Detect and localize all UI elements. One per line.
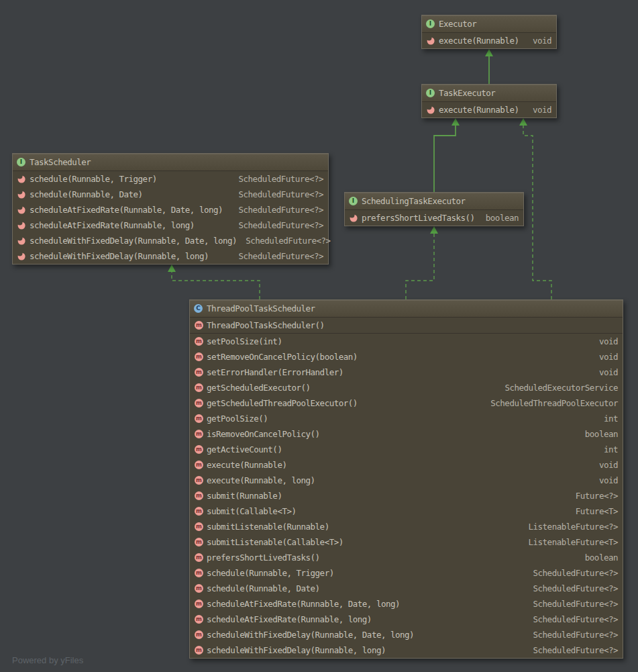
interface-icon: I [426, 89, 435, 97]
member-row[interactable]: schedule(Runnable, Trigger)ScheduledFutu… [13, 171, 328, 187]
class-header[interactable]: ISchedulingTaskExecutor [345, 193, 523, 210]
member-signature: schedule(Runnable, Date) [30, 189, 143, 199]
class-header[interactable]: ITaskScheduler [13, 154, 328, 171]
class-node-scheduling-task-executor[interactable]: ISchedulingTaskExecutorprefersShortLived… [344, 192, 524, 226]
member-signature: ThreadPoolTaskScheduler() [207, 320, 325, 330]
member-row[interactable]: scheduleWithFixedDelay(Runnable, Date, l… [13, 233, 328, 248]
methods-compartment: msetPoolSize(int)voidmsetRemoveOnCancelP… [190, 333, 623, 658]
abstract-method-icon [17, 221, 26, 230]
member-row[interactable]: msubmit(Runnable)Future<?> [190, 488, 623, 503]
member-return-type: ScheduledFuture<?> [528, 614, 618, 624]
member-row[interactable]: mscheduleAtFixedRate(Runnable, long)Sche… [190, 612, 623, 627]
member-row[interactable]: mgetPoolSize()int [190, 411, 623, 426]
member-signature: schedule(Runnable, Date) [207, 583, 320, 593]
member-signature: scheduleAtFixedRate(Runnable, long) [30, 220, 195, 230]
abstract-method-icon [17, 175, 26, 183]
member-signature: execute(Runnable) [439, 36, 519, 46]
member-return-type: int [598, 444, 618, 454]
member-row[interactable]: schedule(Runnable, Date)ScheduledFuture<… [13, 187, 328, 202]
method-icon: m [195, 461, 203, 469]
member-signature: scheduleAtFixedRate(Runnable, long) [207, 614, 372, 624]
class-node-executor[interactable]: IExecutorexecute(Runnable)void [421, 15, 557, 49]
member-return-type: void [594, 460, 618, 470]
member-signature: getActiveCount() [207, 444, 282, 454]
class-name: Executor [439, 19, 476, 29]
member-return-type: void [527, 105, 551, 115]
diagram-canvas: IExecutorexecute(Runnable)voidITaskExecu… [0, 0, 638, 672]
interface-icon: I [349, 197, 358, 205]
member-signature: execute(Runnable, long) [207, 475, 315, 485]
member-row[interactable]: msubmit(Callable<T>)Future<T> [190, 503, 623, 519]
member-return-type: void [594, 352, 618, 362]
member-signature: setPoolSize(int) [207, 336, 282, 346]
class-name: SchedulingTaskExecutor [362, 196, 466, 206]
member-row[interactable]: msetPoolSize(int)void [190, 334, 623, 349]
member-row[interactable]: mexecute(Runnable)void [190, 457, 623, 473]
member-row[interactable]: mprefersShortLivedTasks()boolean [190, 550, 623, 565]
class-name: TaskExecutor [439, 88, 495, 98]
member-row[interactable]: msetRemoveOnCancelPolicy(boolean)void [190, 349, 623, 365]
member-return-type: ScheduledFuture<?> [528, 583, 618, 593]
member-row[interactable]: mThreadPoolTaskScheduler() [190, 318, 623, 333]
member-row[interactable]: mexecute(Runnable, long)void [190, 473, 623, 488]
member-row[interactable]: scheduleAtFixedRate(Runnable, long)Sched… [13, 218, 328, 233]
member-return-type: ScheduledFuture<?> [233, 251, 323, 261]
member-row[interactable]: misRemoveOnCancelPolicy()boolean [190, 426, 623, 442]
member-row[interactable]: mschedule(Runnable, Date)ScheduledFuture… [190, 581, 623, 596]
member-row[interactable]: mgetScheduledExecutor()ScheduledExecutor… [190, 380, 623, 395]
member-row[interactable]: mscheduleAtFixedRate(Runnable, Date, lon… [190, 596, 623, 612]
member-row[interactable]: execute(Runnable)void [422, 33, 556, 48]
methods-compartment: prefersShortLivedTasks()boolean [345, 210, 523, 226]
method-icon: m [195, 584, 203, 593]
method-icon: m [195, 522, 203, 531]
member-row[interactable]: mscheduleWithFixedDelay(Runnable, Date, … [190, 627, 623, 642]
member-row[interactable]: mschedule(Runnable, Trigger)ScheduledFut… [190, 565, 623, 581]
member-signature: submit(Callable<T>) [207, 506, 297, 516]
member-row[interactable]: scheduleWithFixedDelay(Runnable, long)Sc… [13, 248, 328, 264]
method-icon: m [195, 646, 203, 655]
member-return-type: ScheduledFuture<?> [233, 174, 323, 184]
member-signature: getPoolSize() [207, 414, 268, 424]
class-node-thread-pool-task-scheduler[interactable]: CThreadPoolTaskSchedulermThreadPoolTaskS… [189, 299, 623, 659]
member-row[interactable]: msetErrorHandler(ErrorHandler)void [190, 365, 623, 380]
methods-compartment: execute(Runnable)void [422, 33, 556, 48]
member-row[interactable]: prefersShortLivedTasks()boolean [345, 210, 523, 226]
class-node-task-executor[interactable]: ITaskExecutorexecute(Runnable)void [421, 84, 557, 118]
member-return-type: ScheduledFuture<?> [528, 568, 618, 578]
method-icon: m [195, 476, 203, 485]
member-row[interactable]: msubmitListenable(Callable<T>)Listenable… [190, 534, 623, 550]
member-return-type: void [527, 36, 551, 46]
method-icon: m [195, 414, 203, 423]
member-signature: prefersShortLivedTasks() [207, 553, 320, 563]
member-row[interactable]: execute(Runnable)void [422, 102, 556, 117]
member-row[interactable]: mgetScheduledThreadPoolExecutor()Schedul… [190, 395, 623, 411]
member-signature: setRemoveOnCancelPolicy(boolean) [207, 352, 358, 362]
abstract-method-icon [427, 36, 435, 45]
method-icon: m [195, 630, 203, 639]
class-header[interactable]: ITaskExecutor [422, 85, 556, 102]
member-return-type: Future<T> [570, 506, 618, 516]
class-name: ThreadPoolTaskScheduler [207, 303, 315, 314]
class-header[interactable]: IExecutor [422, 15, 556, 33]
member-signature: scheduleAtFixedRate(Runnable, Date, long… [207, 599, 400, 609]
member-return-type: ListenableFuture<T> [523, 537, 619, 547]
member-return-type: ScheduledFuture<?> [528, 645, 618, 655]
member-row[interactable]: msubmitListenable(Runnable)ListenableFut… [190, 519, 623, 534]
member-signature: execute(Runnable) [207, 460, 286, 470]
member-return-type: ScheduledFuture<?> [528, 630, 618, 640]
method-icon: m [195, 352, 203, 361]
member-row[interactable]: mscheduleWithFixedDelay(Runnable, long)S… [190, 642, 623, 658]
method-icon: m [195, 569, 203, 577]
abstract-method-icon [350, 213, 358, 222]
member-signature: isRemoveOnCancelPolicy() [207, 429, 320, 439]
class-header[interactable]: CThreadPoolTaskScheduler [190, 300, 623, 318]
member-row[interactable]: mgetActiveCount()int [190, 442, 623, 457]
member-row[interactable]: scheduleAtFixedRate(Runnable, Date, long… [13, 202, 328, 218]
class-node-task-scheduler[interactable]: ITaskSchedulerschedule(Runnable, Trigger… [12, 153, 329, 265]
method-icon: m [195, 507, 203, 516]
member-signature: scheduleWithFixedDelay(Runnable, long) [30, 251, 209, 261]
member-signature: getScheduledThreadPoolExecutor() [207, 398, 358, 408]
method-icon: m [195, 430, 203, 438]
abstract-method-icon [17, 252, 26, 260]
member-return-type: ScheduledFuture<?> [233, 220, 323, 230]
